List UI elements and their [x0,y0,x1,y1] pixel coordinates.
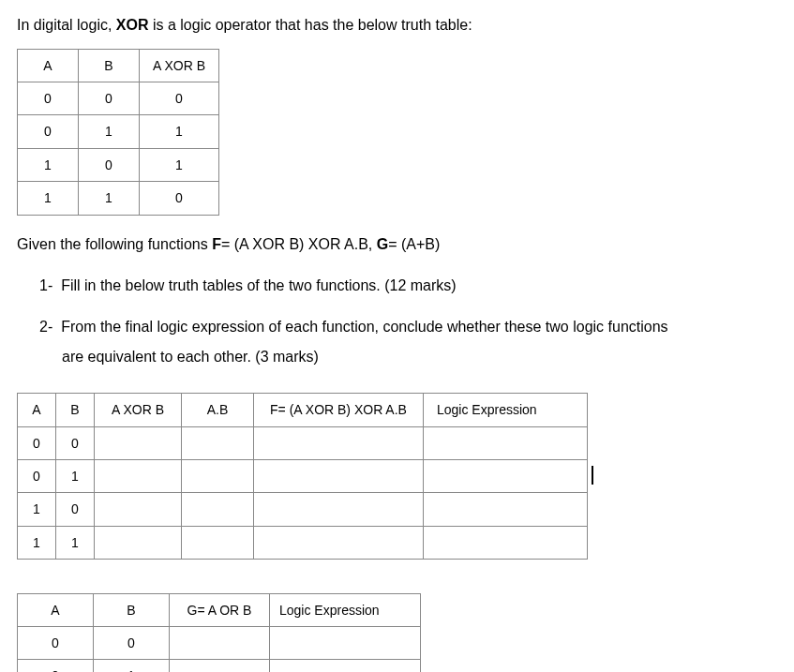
intro-prefix: In digital logic, [17,17,116,33]
f-header-b: B [56,394,95,426]
question-2: 2- From the final logic expression of ea… [39,312,777,372]
q2-text-a: From the final logic expression of each … [61,319,667,335]
f-header-a: A [18,394,56,426]
g-header-gor: G= A OR B [170,593,270,626]
xor-header-b: B [79,49,140,82]
table-row: 0 1 [18,660,421,672]
given-text: Given the following functions F= (A XOR … [17,232,777,257]
g-truth-table: A B G= A OR B Logic Expression 0 0 0 1 1… [17,593,421,672]
g-eq: = (A+B) [388,236,440,252]
f-header-logicexpr: Logic Expression [424,394,588,426]
f-header-adotb: A.B [182,394,254,426]
text-cursor-icon [592,466,593,485]
intro-text: In digital logic, XOR is a logic operato… [17,13,777,37]
given-prefix: Given the following functions [17,236,212,252]
f-label: F [212,236,221,252]
table-row: 0 0 [18,627,421,660]
g-label: G [377,236,388,252]
table-row: 0 0 [18,426,588,459]
table-row: 1 1 0 [18,182,219,215]
q2-text-b: are equivalent to each other. (3 marks) [62,342,777,372]
intro-suffix: is a logic operator that has the below t… [149,17,472,33]
q2-number: 2- [39,319,52,335]
g-header-a: A [18,593,94,626]
xor-truth-table: A B A XOR B 0 0 0 0 1 1 1 0 1 1 1 0 [17,49,219,216]
xor-header-a: A [18,49,79,82]
intro-bold: XOR [116,17,149,33]
f-eq: = (A XOR B) XOR A.B, [221,236,377,252]
f-header-feq: F= (A XOR B) XOR A.B [254,394,424,426]
table-row: 0 1 1 [18,115,219,148]
table-row: 1 0 [18,493,588,526]
q1-number: 1- [39,277,52,293]
g-header-logicexpr: Logic Expression [270,593,421,626]
q1-text: Fill in the below truth tables of the tw… [61,277,457,293]
table-row: 1 0 1 [18,148,219,181]
question-list: 1- Fill in the below truth tables of the… [39,271,777,372]
table-row: 0 1 [18,459,588,492]
xor-header-axorb: A XOR B [140,49,219,82]
f-header-axorb: A XOR B [95,394,182,426]
table-row: 0 0 0 [18,82,219,114]
g-header-b: B [94,593,170,626]
question-1: 1- Fill in the below truth tables of the… [39,271,777,301]
f-truth-table: A B A XOR B A.B F= (A XOR B) XOR A.B Log… [17,393,588,560]
table-row: 1 1 [18,526,588,559]
